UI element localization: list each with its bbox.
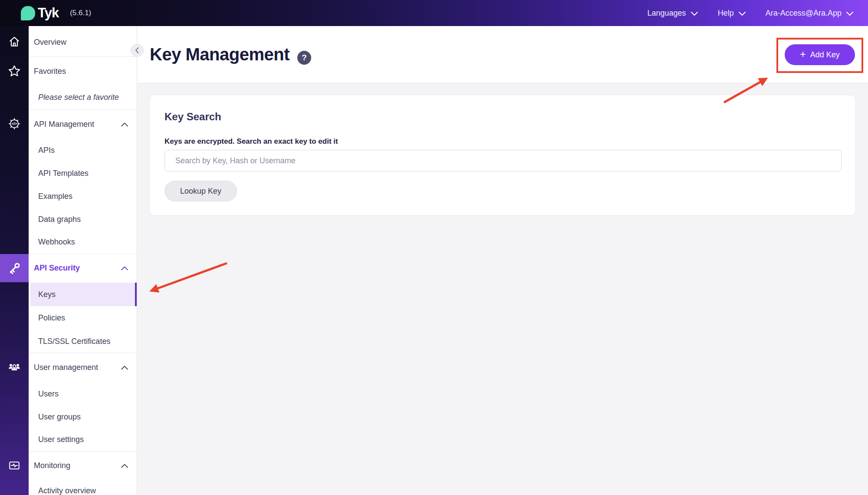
annotation-highlight-rect bbox=[776, 38, 863, 73]
page-header: Key Management ? + Add Key bbox=[137, 26, 868, 83]
main-area: Key Management ? + Add Key Key Search Ke… bbox=[137, 26, 868, 495]
help-menu[interactable]: Help bbox=[718, 9, 746, 18]
sidebar-item-overview[interactable]: Overview bbox=[29, 38, 137, 47]
key-search-heading: Key Search bbox=[164, 111, 221, 123]
sidebar-item-api-templates[interactable]: API Templates bbox=[29, 169, 137, 178]
icon-rail: </> bbox=[0, 26, 29, 495]
sidebar-item-activity-overview[interactable]: Activity overview bbox=[29, 486, 137, 495]
sidebar-section-user-management[interactable]: User management bbox=[29, 363, 137, 372]
star-icon[interactable] bbox=[8, 65, 20, 77]
sidebar-item-policies[interactable]: Policies bbox=[29, 314, 137, 323]
chevron-up-icon bbox=[121, 461, 128, 470]
key-search-card: Key Search Keys are encrypted. Search an… bbox=[149, 95, 856, 216]
lookup-key-button[interactable]: Lookup Key bbox=[164, 181, 237, 201]
sidebar-item-webhooks[interactable]: Webhooks bbox=[29, 238, 137, 247]
chevron-up-icon bbox=[121, 264, 128, 273]
svg-text:</>: </> bbox=[12, 122, 17, 126]
page-title: Key Management bbox=[150, 45, 289, 64]
home-icon[interactable] bbox=[8, 35, 20, 47]
sidebar-item-tls-ssl-certificates[interactable]: TLS/SSL Certificates bbox=[29, 337, 137, 346]
languages-menu[interactable]: Languages bbox=[648, 9, 698, 18]
users-icon[interactable] bbox=[8, 361, 20, 373]
page-content: Key Search Keys are encrypted. Search an… bbox=[137, 83, 868, 495]
sidebar-item-data-graphs[interactable]: Data graphs bbox=[29, 215, 137, 224]
chevron-down-icon bbox=[691, 9, 698, 18]
sidebar-collapse-button[interactable] bbox=[131, 44, 144, 57]
topbar-menu: Languages Help Ara-Access@Ara.App bbox=[648, 9, 853, 18]
sidebar-item-keys[interactable]: Keys bbox=[30, 283, 137, 306]
key-search-note: Keys are encrypted. Search an exact key … bbox=[164, 137, 338, 146]
divider bbox=[29, 109, 137, 110]
divider bbox=[29, 451, 137, 452]
chevron-up-icon bbox=[121, 363, 128, 372]
monitoring-icon[interactable] bbox=[8, 459, 20, 472]
chevron-left-icon bbox=[135, 47, 140, 54]
sidebar-item-user-settings[interactable]: User settings bbox=[29, 435, 137, 444]
brand-name: Tyk bbox=[38, 5, 59, 21]
sidebar-section-favorites: Favorites bbox=[29, 67, 137, 76]
api-management-icon[interactable]: </> bbox=[8, 118, 20, 130]
top-bar: Tyk (5.6.1) Languages Help Ara-Access@Ar… bbox=[0, 0, 868, 26]
version-label: (5.6.1) bbox=[70, 9, 91, 17]
sidebar-nav: Overview Favorites Please select a favor… bbox=[29, 26, 137, 495]
api-security-rail-cell[interactable] bbox=[0, 254, 29, 282]
divider bbox=[29, 56, 137, 57]
key-icon bbox=[7, 261, 22, 276]
sidebar-item-examples[interactable]: Examples bbox=[29, 192, 137, 201]
divider bbox=[29, 254, 137, 254]
sidebar-section-monitoring[interactable]: Monitoring bbox=[29, 461, 137, 470]
account-menu[interactable]: Ara-Access@Ara.App bbox=[766, 9, 853, 18]
sidebar-item-user-groups[interactable]: User groups bbox=[29, 412, 137, 422]
chevron-up-icon bbox=[121, 120, 128, 129]
divider bbox=[29, 353, 137, 353]
sidebar-item-apis[interactable]: APIs bbox=[29, 146, 137, 155]
chevron-down-icon bbox=[739, 9, 746, 18]
tyk-leaf-icon bbox=[21, 6, 35, 20]
sidebar-section-api-management[interactable]: API Management bbox=[29, 120, 137, 129]
sidebar-section-api-security[interactable]: API Security bbox=[29, 264, 137, 273]
key-search-input[interactable] bbox=[164, 150, 842, 172]
sidebar-item-users[interactable]: Users bbox=[29, 389, 137, 399]
help-badge[interactable]: ? bbox=[297, 51, 311, 65]
favorites-placeholder: Please select a favorite bbox=[29, 93, 137, 102]
chevron-down-icon bbox=[846, 9, 853, 18]
tyk-logo[interactable]: Tyk bbox=[21, 5, 59, 21]
